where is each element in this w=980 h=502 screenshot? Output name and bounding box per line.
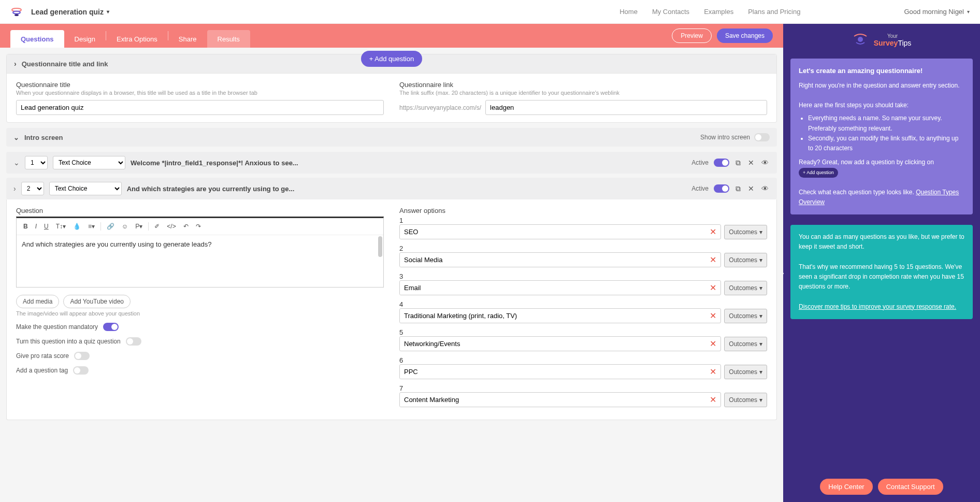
remove-answer-icon[interactable]: ✕ xyxy=(705,339,720,349)
question-number-select[interactable]: 2 xyxy=(21,182,44,195)
add-question-button[interactable]: + Add question xyxy=(361,51,422,67)
user-menu[interactable]: Good morning Nigel ▾ xyxy=(904,8,970,16)
panel-title: Questionnaire title and link xyxy=(22,60,108,68)
collapse-icon[interactable]: ⌄ xyxy=(13,134,19,141)
tab-questions[interactable]: Questions xyxy=(10,30,64,48)
nav-home[interactable]: Home xyxy=(619,8,638,16)
copy-icon[interactable]: ⧉ xyxy=(734,183,742,194)
link-icon[interactable]: 🔗 xyxy=(104,221,117,232)
tag-toggle[interactable] xyxy=(73,366,89,375)
outcomes-dropdown[interactable]: Outcomes ▾ xyxy=(724,225,767,239)
tip-text: You can add as many questions as you lik… xyxy=(799,232,964,252)
redo-icon[interactable]: ↷ xyxy=(193,221,204,232)
title-label: Questionnaire title xyxy=(16,81,384,89)
survey-title-dropdown[interactable]: Lead generation quiz ▾ xyxy=(31,8,109,16)
mandatory-label: Make the question mandatory xyxy=(16,323,98,331)
emoji-icon[interactable]: ☺ xyxy=(119,221,131,232)
undo-icon[interactable]: ↶ xyxy=(181,221,191,232)
tab-extra-options[interactable]: Extra Options xyxy=(106,30,168,48)
answer-number: 3 xyxy=(399,272,767,280)
chevron-down-icon: ▾ xyxy=(759,312,762,320)
remove-answer-icon[interactable]: ✕ xyxy=(705,395,720,405)
chevron-down-icon: ▾ xyxy=(759,228,762,236)
nav-contacts[interactable]: My Contacts xyxy=(652,8,689,16)
remove-answer-icon[interactable]: ✕ xyxy=(705,283,720,293)
response-rate-tips-link[interactable]: Discover more tips to improve your surve… xyxy=(799,303,956,310)
delete-icon[interactable]: ✕ xyxy=(747,183,755,194)
tab-share[interactable]: Share xyxy=(168,30,207,48)
answer-input[interactable] xyxy=(400,309,705,323)
question-label: Question xyxy=(16,207,384,214)
tab-design[interactable]: Design xyxy=(64,30,106,48)
tip-text: Right now you're in the question and ans… xyxy=(799,81,964,91)
outcomes-dropdown[interactable]: Outcomes ▾ xyxy=(724,393,767,407)
svg-point-1 xyxy=(13,11,20,13)
question-type-select[interactable]: Text Choice xyxy=(53,156,125,169)
underline-icon[interactable]: U xyxy=(41,221,51,232)
italic-icon[interactable]: I xyxy=(33,221,39,232)
remove-answer-icon[interactable]: ✕ xyxy=(705,227,720,237)
add-youtube-button[interactable]: Add YouTube video xyxy=(63,295,131,308)
scrollbar[interactable] xyxy=(378,236,382,257)
color-icon[interactable]: 💧 xyxy=(70,221,83,232)
code-icon[interactable]: </> xyxy=(164,221,178,232)
questionnaire-title-input[interactable] xyxy=(16,100,384,115)
delete-icon[interactable]: ✕ xyxy=(747,157,755,168)
answer-input[interactable] xyxy=(400,225,705,239)
copy-icon[interactable]: ⧉ xyxy=(734,157,742,168)
collapse-sidebar-icon[interactable]: › xyxy=(783,263,786,284)
tip-text: Here are the first steps you should take… xyxy=(799,101,964,110)
answer-input[interactable] xyxy=(400,365,705,379)
preview-icon[interactable]: 👁 xyxy=(760,183,770,194)
outcomes-dropdown[interactable]: Outcomes ▾ xyxy=(724,365,767,379)
add-media-button[interactable]: Add media xyxy=(16,295,59,308)
greeting-text: Good morning Nigel xyxy=(904,8,964,16)
remove-answer-icon[interactable]: ✕ xyxy=(705,255,720,265)
prorata-toggle[interactable] xyxy=(74,352,90,360)
outcomes-dropdown[interactable]: Outcomes ▾ xyxy=(724,337,767,351)
align-icon[interactable]: ≡▾ xyxy=(85,221,97,232)
outcomes-dropdown[interactable]: Outcomes ▾ xyxy=(724,281,767,295)
link-label: Questionnaire link xyxy=(399,81,767,89)
preview-button[interactable]: Preview xyxy=(672,28,712,43)
question-text-editor[interactable]: And which strategies are you currently u… xyxy=(17,235,383,287)
nav-examples[interactable]: Examples xyxy=(704,8,733,16)
chevron-down-icon: ▾ xyxy=(759,396,762,404)
tip-text: That's why we recommend having 5 to 15 q… xyxy=(799,262,964,292)
remove-answer-icon[interactable]: ✕ xyxy=(705,367,720,377)
answer-options-label: Answer options xyxy=(399,207,767,214)
quiz-toggle[interactable] xyxy=(126,337,141,346)
contact-support-button[interactable]: Contact Support xyxy=(878,479,943,495)
question-number-select[interactable]: 1 xyxy=(25,156,48,169)
bold-icon[interactable]: B xyxy=(21,221,31,232)
remove-answer-icon[interactable]: ✕ xyxy=(705,311,720,321)
preview-icon[interactable]: 👁 xyxy=(760,157,770,168)
outcomes-dropdown[interactable]: Outcomes ▾ xyxy=(724,309,767,323)
collapse-icon[interactable]: ⌄ xyxy=(13,159,20,167)
answer-input[interactable] xyxy=(400,393,705,407)
tab-results[interactable]: Results xyxy=(207,30,250,48)
answer-input[interactable] xyxy=(400,281,705,295)
expand-icon[interactable]: › xyxy=(14,60,17,68)
tips-logo-icon xyxy=(852,31,869,49)
nav-plans[interactable]: Plans and Pricing xyxy=(748,8,800,16)
link-prefix: https://surveyanyplace.com/s/ xyxy=(399,104,481,111)
link-suffix-input[interactable] xyxy=(485,100,767,115)
link-hint: The link suffix (max. 20 characters) is … xyxy=(399,90,767,96)
mandatory-toggle[interactable] xyxy=(103,323,119,331)
show-intro-label: Show intro screen xyxy=(700,134,750,141)
question-type-select[interactable]: Text Choice xyxy=(49,182,122,195)
paragraph-icon[interactable]: P▾ xyxy=(133,221,145,232)
answer-input[interactable] xyxy=(400,337,705,351)
save-button[interactable]: Save changes xyxy=(717,28,773,43)
font-size-icon[interactable]: T↕▾ xyxy=(53,221,68,232)
answer-input[interactable] xyxy=(400,253,705,267)
outcomes-dropdown[interactable]: Outcomes ▾ xyxy=(724,253,767,267)
active-toggle[interactable] xyxy=(714,184,729,193)
answer-number: 1 xyxy=(399,217,767,224)
active-toggle[interactable] xyxy=(714,159,729,167)
help-center-button[interactable]: Help Center xyxy=(820,479,872,495)
expand-icon[interactable]: › xyxy=(13,184,16,193)
clear-format-icon[interactable]: ✐ xyxy=(152,221,162,232)
show-intro-toggle[interactable] xyxy=(754,133,770,141)
